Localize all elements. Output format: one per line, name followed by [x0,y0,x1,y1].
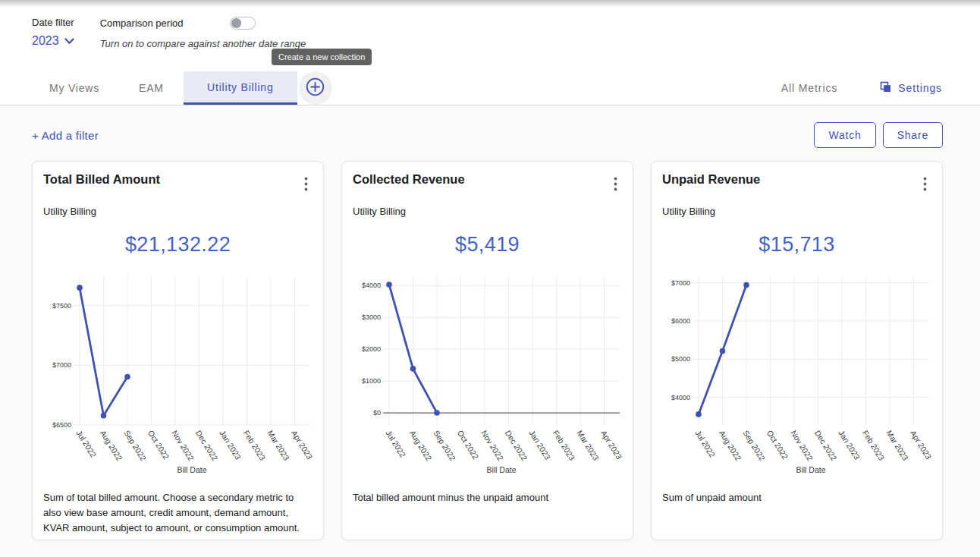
filters-row: Date filter 2023 Comparison period Turn … [0,0,980,49]
svg-text:$4000: $4000 [671,394,690,401]
date-filter-dropdown[interactable]: 2023 [32,34,74,48]
dashboard-header: Date filter 2023 Comparison period Turn … [0,0,980,105]
settings-label: Settings [898,82,942,94]
card-subtitle: Utility Billing [662,206,931,217]
svg-text:Apr 2023: Apr 2023 [290,429,314,461]
share-button[interactable]: Share [883,122,943,148]
svg-text:Jan 2023: Jan 2023 [218,429,243,461]
card-description: Sum of total billed amount. Choose a sec… [43,490,313,536]
svg-text:Feb 2023: Feb 2023 [551,429,577,462]
actions-row: + Add a filter Watch Share [32,105,943,148]
svg-text:Apr 2023: Apr 2023 [909,429,933,461]
tab-utility-billing[interactable]: Utility Billing [184,71,297,105]
card-subtitle: Utility Billing [353,206,622,217]
svg-text:Dec 2022: Dec 2022 [504,429,529,463]
tab-eam[interactable]: EAM [125,71,177,105]
svg-text:Dec 2022: Dec 2022 [813,429,839,463]
add-collection-button[interactable] [299,71,332,105]
svg-text:$6500: $6500 [52,421,71,429]
line-chart-collected-revenue: $0$1000$2000$3000$4000Jul 2022Aug 2022Se… [353,271,622,477]
svg-text:$4000: $4000 [362,282,381,289]
svg-text:Nov 2022: Nov 2022 [170,429,196,463]
card-collected-revenue: Collected Revenue Utility Billing $5,419… [341,161,633,540]
svg-text:Aug 2022: Aug 2022 [99,429,124,463]
watch-button[interactable]: Watch [814,122,875,148]
chevron-down-icon [64,34,74,48]
svg-text:Feb 2023: Feb 2023 [861,429,887,462]
card-stat-value: $5,419 [353,233,622,256]
plus-circle-icon [305,77,325,99]
svg-text:Apr 2023: Apr 2023 [599,429,623,461]
svg-text:Nov 2022: Nov 2022 [789,429,815,463]
card-description: Total billed amount minus the unpaid amo… [353,490,622,505]
svg-text:Mar 2023: Mar 2023 [884,429,910,462]
card-stat-value: $15,713 [662,233,931,256]
comparison-period-label: Comparison period [100,17,184,29]
tab-my-views[interactable]: My Views [36,71,113,105]
dashboard-main: + Add a filter Watch Share Total Billed … [0,105,980,556]
card-title: Unpaid Revenue [662,172,760,187]
svg-text:Oct 2022: Oct 2022 [146,429,171,461]
date-filter: Date filter 2023 [32,17,74,49]
kebab-menu-icon[interactable] [609,174,622,197]
collections-stack-icon [880,81,891,95]
line-chart-unpaid-revenue: $4000$5000$6000$7000Jul 2022Aug 2022Sep … [662,271,931,477]
settings-button[interactable]: Settings [880,81,942,95]
svg-text:Jul 2022: Jul 2022 [384,429,407,459]
kebab-menu-icon[interactable] [300,174,313,197]
svg-text:$7000: $7000 [52,361,71,369]
svg-text:Mar 2023: Mar 2023 [575,429,601,462]
svg-text:Jan 2023: Jan 2023 [837,429,862,461]
svg-text:$2000: $2000 [362,345,381,353]
tabs-right-group: All Metrics Settings [781,71,942,105]
svg-text:Jan 2023: Jan 2023 [527,429,552,461]
svg-text:Aug 2022: Aug 2022 [408,429,434,463]
svg-text:$5000: $5000 [671,355,690,363]
svg-text:Dec 2022: Dec 2022 [194,429,220,463]
svg-text:Bill Date: Bill Date [796,465,825,474]
svg-text:Mar 2023: Mar 2023 [265,429,291,462]
svg-text:Jul 2022: Jul 2022 [74,429,98,459]
all-metrics-link[interactable]: All Metrics [781,82,837,94]
svg-text:Sep 2022: Sep 2022 [122,429,148,463]
tabs-bar: My Views EAM Utility Billing All Metrics [0,71,980,105]
svg-text:$7500: $7500 [52,302,71,310]
svg-text:$0: $0 [373,409,381,417]
svg-text:$3000: $3000 [362,313,381,321]
svg-text:Aug 2022: Aug 2022 [718,429,743,463]
card-title: Collected Revenue [353,172,465,187]
svg-text:Oct 2022: Oct 2022 [456,429,481,461]
svg-text:$6000: $6000 [671,317,690,325]
svg-text:Nov 2022: Nov 2022 [479,429,505,463]
add-filter-button[interactable]: + Add a filter [32,129,99,142]
card-title: Total Billed Amount [43,172,160,187]
svg-text:Oct 2022: Oct 2022 [765,429,790,461]
date-filter-value: 2023 [32,34,59,48]
toggle-knob-icon [231,18,241,28]
date-filter-label: Date filter [32,17,74,28]
create-collection-tooltip: Create a new collection [272,49,372,65]
card-subtitle: Utility Billing [43,206,313,217]
svg-text:Jul 2022: Jul 2022 [693,429,717,459]
line-chart-total-billed: $6500$7000$7500Jul 2022Aug 2022Sep 2022O… [43,271,313,477]
comparison-toggle[interactable] [230,17,256,30]
metric-cards-row: Total Billed Amount Utility Billing $21,… [32,161,943,540]
card-description: Sum of unpaid amount [662,490,931,505]
svg-text:Sep 2022: Sep 2022 [432,429,457,463]
svg-text:Sep 2022: Sep 2022 [741,429,767,463]
svg-text:Feb 2023: Feb 2023 [242,429,268,462]
svg-text:$7000: $7000 [671,279,690,287]
comparison-period: Comparison period Turn on to compare aga… [100,17,306,49]
svg-text:Bill Date: Bill Date [177,465,206,474]
card-unpaid-revenue: Unpaid Revenue Utility Billing $15,713 $… [651,161,943,540]
comparison-hint: Turn on to compare against another date … [100,38,306,49]
kebab-menu-icon[interactable] [919,174,931,197]
svg-text:$1000: $1000 [362,377,381,385]
card-total-billed-amount: Total Billed Amount Utility Billing $21,… [32,161,324,540]
svg-text:Bill Date: Bill Date [486,465,516,474]
card-stat-value: $21,132.22 [43,233,313,256]
